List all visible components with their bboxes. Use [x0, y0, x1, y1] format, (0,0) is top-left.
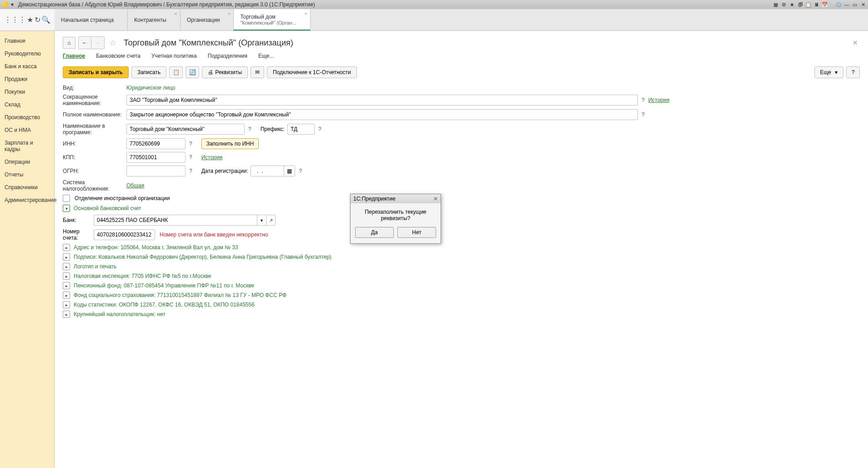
full-name-input[interactable]: [126, 109, 638, 120]
kpp-history-link[interactable]: История: [201, 154, 223, 161]
nav-bank[interactable]: Банк и касса: [0, 60, 54, 73]
expand-button[interactable]: ▸: [63, 292, 70, 299]
minimize-icon[interactable]: —: [843, 1, 850, 8]
collapse-button[interactable]: ▾: [63, 205, 70, 212]
kpp-input[interactable]: [126, 152, 186, 163]
fill-by-inn-button[interactable]: Заполнить по ИНН: [201, 138, 259, 149]
mail-button[interactable]: ✉: [251, 66, 264, 78]
tab-home[interactable]: Начальная страница: [55, 9, 128, 30]
section-tax-inspection[interactable]: Налоговая инспекция: 7705 ИФНС РФ №5 по …: [74, 273, 211, 279]
section-social[interactable]: Фонд социального страхования: 7713100154…: [74, 292, 286, 298]
expand-button[interactable]: ▸: [63, 282, 70, 289]
help-icon[interactable]: ?: [189, 168, 192, 174]
help-icon[interactable]: ?: [248, 126, 251, 132]
back-button[interactable]: ←: [79, 37, 91, 49]
refresh-button[interactable]: 🔄: [186, 66, 199, 78]
nav-purchases[interactable]: Покупки: [0, 86, 54, 98]
dialog-yes-button[interactable]: Да: [355, 227, 394, 238]
nav-operations[interactable]: Операции: [0, 156, 54, 168]
more-button[interactable]: Еще▾: [814, 66, 843, 78]
bank-input[interactable]: [94, 215, 257, 225]
subtab-more[interactable]: Еще...: [258, 53, 274, 61]
list-button[interactable]: 📋: [169, 66, 183, 78]
regdate-field[interactable]: ▦: [251, 166, 295, 176]
section-pension[interactable]: Пенсионный фонд: 087-107-085454 Управлен…: [74, 282, 254, 289]
star-icon[interactable]: ★: [27, 15, 33, 24]
expand-button[interactable]: ▸: [63, 244, 70, 251]
save-close-button[interactable]: Записать и закрыть: [63, 66, 129, 78]
dialog-close-icon[interactable]: ✕: [433, 196, 438, 202]
expand-button[interactable]: ▸: [63, 301, 70, 308]
help-button[interactable]: ?: [846, 66, 860, 78]
ogrn-input[interactable]: [126, 166, 186, 176]
tb-icon-1[interactable]: ▦: [773, 1, 779, 8]
section-large-taxpayer[interactable]: Крупнейший налогоплательщик: нет: [74, 311, 166, 317]
help-icon[interactable]: ?: [318, 126, 321, 132]
nav-assets[interactable]: ОС и НМА: [0, 124, 54, 136]
inn-input[interactable]: [126, 138, 186, 149]
short-name-input[interactable]: [126, 95, 638, 106]
nav-reports[interactable]: Отчеты: [0, 168, 54, 181]
expand-button[interactable]: ▸: [63, 311, 70, 318]
close-page-button[interactable]: ✕: [851, 37, 860, 48]
history-link[interactable]: История: [648, 97, 670, 103]
help-icon[interactable]: ?: [189, 154, 192, 161]
help-icon[interactable]: ?: [642, 111, 645, 118]
apps-icon[interactable]: ⋮⋮⋮: [4, 15, 26, 24]
nav-production[interactable]: Производство: [0, 111, 54, 124]
tab-contragents[interactable]: Контрагенты ×: [128, 9, 181, 30]
subtab-bank-accounts[interactable]: Банковские счета: [96, 53, 140, 61]
nav-main[interactable]: Главное: [0, 35, 54, 47]
subtab-departments[interactable]: Подразделения: [208, 53, 247, 61]
history-icon[interactable]: ↻: [35, 15, 40, 24]
tab-trade-house[interactable]: Торговый дом "Комплексный" (Орган... ×: [234, 9, 310, 30]
save-button[interactable]: Записать: [131, 66, 166, 78]
section-logo[interactable]: Логотип и печать: [74, 263, 116, 270]
tb-icon-7[interactable]: 📅: [822, 1, 828, 8]
tb-icon-2[interactable]: ⚙: [781, 1, 787, 8]
help-icon[interactable]: ?: [299, 168, 302, 174]
section-signatures[interactable]: Подписи: Ковальков Николай Федорович (Ди…: [74, 254, 331, 260]
help-icon[interactable]: ?: [189, 141, 192, 147]
close-icon[interactable]: ×: [304, 11, 307, 16]
home-button[interactable]: ⌂: [63, 37, 75, 49]
connect-button[interactable]: Подключение к 1С-Отчетности: [267, 66, 357, 78]
tb-icon-3[interactable]: ★: [789, 1, 795, 8]
account-input[interactable]: [94, 229, 155, 240]
close-icon[interactable]: ×: [174, 11, 177, 16]
tb-icon-8[interactable]: ⓘ: [835, 1, 842, 8]
nav-references[interactable]: Справочники: [0, 181, 54, 194]
bank-field[interactable]: ▾ ↗: [94, 215, 276, 226]
nav-sales[interactable]: Продажи: [0, 73, 54, 86]
prog-name-input[interactable]: [126, 124, 245, 135]
prefix-input[interactable]: [287, 124, 315, 135]
favorite-button[interactable]: ☆: [107, 37, 118, 48]
dropdown-icon[interactable]: ▾: [9, 1, 15, 8]
tb-icon-4[interactable]: 🗐: [797, 1, 803, 8]
expand-button[interactable]: ▸: [63, 253, 70, 261]
forward-button[interactable]: →: [91, 37, 104, 49]
subtab-accounting-policy[interactable]: Учетная политика: [151, 53, 197, 61]
subtab-main[interactable]: Главное: [63, 53, 85, 61]
tb-icon-6[interactable]: 🖩: [813, 1, 820, 8]
regdate-input[interactable]: [251, 167, 284, 175]
tax-value[interactable]: Общая: [126, 182, 144, 189]
tab-organizations[interactable]: Организации ×: [181, 9, 234, 30]
close-icon[interactable]: ×: [228, 11, 231, 16]
expand-button[interactable]: ▸: [63, 263, 70, 270]
bank-section-title[interactable]: Основной банковский счет: [74, 205, 141, 211]
nav-manager[interactable]: Руководителю: [0, 47, 54, 60]
close-window-icon[interactable]: ✕: [860, 1, 866, 8]
dialog-no-button[interactable]: Нет: [397, 227, 436, 238]
nav-admin[interactable]: Администрирование: [0, 194, 54, 206]
expand-button[interactable]: ▸: [63, 272, 70, 280]
requisites-button[interactable]: 🖨Реквизиты: [202, 66, 248, 78]
branch-checkbox[interactable]: [63, 195, 70, 202]
maximize-icon[interactable]: ▭: [852, 1, 858, 8]
nav-warehouse[interactable]: Склад: [0, 98, 54, 111]
help-icon[interactable]: ?: [642, 97, 645, 103]
dropdown-icon[interactable]: ▾: [257, 215, 266, 225]
nav-salary[interactable]: Зарплата и кадры: [0, 136, 54, 156]
calendar-icon[interactable]: ▦: [284, 166, 295, 176]
section-stat-codes[interactable]: Коды статистики: ОКОПФ 12267, ОКФС 16, О…: [74, 302, 255, 308]
